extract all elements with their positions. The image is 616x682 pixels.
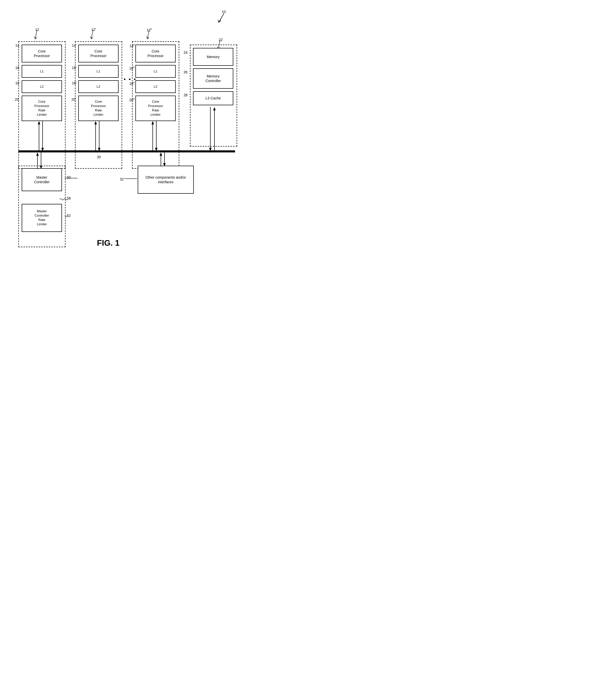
svg-marker-34 xyxy=(40,166,42,169)
svg-line-1 xyxy=(218,20,219,22)
svg-marker-41 xyxy=(160,153,162,156)
arrow-12 xyxy=(33,30,41,42)
arrow-unit1-bus xyxy=(41,121,44,151)
svg-marker-22 xyxy=(94,121,97,124)
svg-line-7 xyxy=(90,37,91,39)
svg-marker-30 xyxy=(213,107,216,110)
master-controller-rate-limiter-box: Master Controller Rate Limiter xyxy=(22,204,62,232)
cprl-3: Core Processor Rate Limiter xyxy=(135,96,176,121)
svg-marker-39 xyxy=(163,163,166,166)
ref-24: 24 xyxy=(183,50,188,54)
ref-16p: 16' xyxy=(72,66,76,70)
ref-28: 28 xyxy=(183,93,188,97)
ref-60: 60 xyxy=(67,175,71,179)
squiggle-58 xyxy=(59,198,67,201)
core-processor-1: Core Processor xyxy=(22,45,62,63)
svg-marker-28 xyxy=(209,148,212,151)
ref-26: 26 xyxy=(183,70,188,74)
arrow-12n xyxy=(145,30,153,42)
l1-2: L1 xyxy=(78,65,118,78)
arrow-bus-other xyxy=(163,153,166,166)
l1-1: L1 xyxy=(22,65,62,78)
arrow-bus-unit3 xyxy=(151,121,154,151)
core-processor-3: Core Processor xyxy=(135,45,176,63)
ref-16: 16 xyxy=(15,66,19,70)
svg-marker-24 xyxy=(155,148,158,151)
ref-18n: 18n xyxy=(129,81,135,86)
arrow-bus-unit1 xyxy=(38,121,40,151)
arrow-memory-bus xyxy=(209,107,212,151)
ref-30: 30 xyxy=(97,155,101,159)
line-32 xyxy=(125,178,137,179)
memory-box: Memory xyxy=(193,48,233,66)
svg-marker-16 xyxy=(41,148,44,151)
l2-2: L2 xyxy=(78,80,118,93)
arrow-12p xyxy=(89,30,97,42)
ref-58: 58 xyxy=(67,196,71,200)
ref-20p: 20' xyxy=(71,97,76,101)
cprl-2: Core Processor Rate Limiter xyxy=(78,96,118,121)
svg-line-10 xyxy=(147,37,147,39)
ref-32: 32 xyxy=(120,177,124,181)
core-processor-2: Core Processor xyxy=(78,45,118,63)
arrow-other-bus xyxy=(160,153,162,166)
l3-cache-box: L3 Cache xyxy=(193,91,233,105)
arrow-unit2-bus xyxy=(98,121,101,151)
ref-18: 18 xyxy=(15,81,19,85)
other-components-box: Other components and/or interfaces xyxy=(138,166,194,194)
ref-16n: 16n xyxy=(129,66,135,70)
svg-marker-20 xyxy=(98,148,101,151)
arrow-10 xyxy=(216,12,226,25)
svg-line-4 xyxy=(35,37,35,39)
ref-20n: 20n xyxy=(129,97,135,102)
arrow-bus-unit2 xyxy=(94,121,97,151)
svg-marker-36 xyxy=(36,153,39,156)
arrow-master-bus xyxy=(36,153,39,169)
line-60 xyxy=(65,178,78,178)
arrow-unit3-bus xyxy=(155,121,158,151)
svg-line-0 xyxy=(219,14,224,22)
svg-marker-18 xyxy=(38,121,40,124)
svg-marker-26 xyxy=(151,121,154,124)
l2-3: L2 xyxy=(135,80,176,93)
line-62 xyxy=(65,216,67,217)
master-controller-box: Master Controller xyxy=(22,168,62,191)
fig-label: FIG. 1 xyxy=(97,238,119,248)
l2-1: L2 xyxy=(22,80,62,93)
memory-controller-box: Memory Controller xyxy=(193,68,233,89)
ref-62: 62 xyxy=(67,213,71,218)
arrow-bus-memory xyxy=(213,107,216,151)
ref-18p: 18' xyxy=(72,81,76,85)
l1-3: L1 xyxy=(135,65,176,78)
arrow-bus-master xyxy=(40,153,42,169)
bus-line xyxy=(18,150,235,153)
diagram: 10 12 14 Core Processor 16 L1 18 L2 20 C… xyxy=(0,0,308,341)
cprl-1: Core Processor Rate Limiter xyxy=(22,96,62,121)
ref-20: 20 xyxy=(15,97,19,101)
